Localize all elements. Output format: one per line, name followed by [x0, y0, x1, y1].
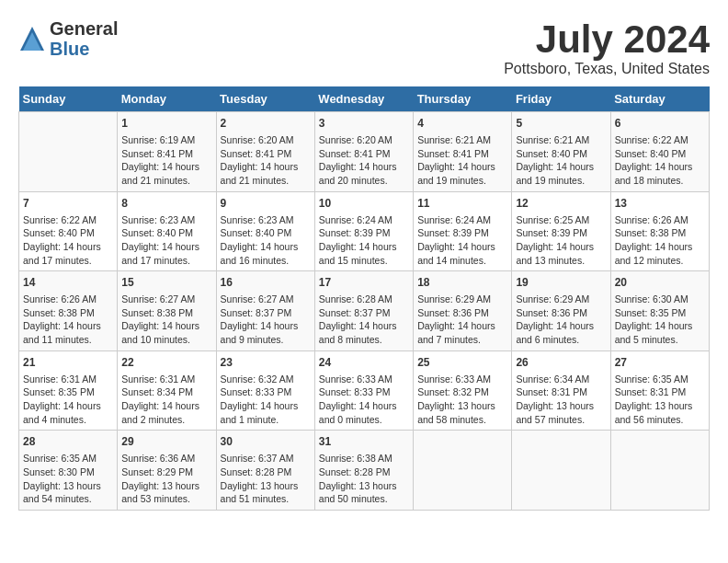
calendar-cell: 25Sunrise: 6:33 AM Sunset: 8:32 PM Dayli…: [414, 350, 512, 431]
day-number: 15: [121, 275, 211, 291]
header-row: SundayMondayTuesdayWednesdayThursdayFrid…: [19, 86, 710, 112]
day-number: 2: [221, 116, 311, 132]
day-number: 14: [23, 275, 113, 291]
logo-general-text: General: [50, 18, 118, 39]
day-number: 12: [516, 196, 606, 212]
calendar-cell: 29Sunrise: 6:36 AM Sunset: 8:29 PM Dayli…: [118, 431, 216, 511]
day-content: Sunrise: 6:34 AM Sunset: 8:31 PM Dayligh…: [516, 373, 606, 427]
calendar-cell: 28Sunrise: 6:35 AM Sunset: 8:30 PM Dayli…: [19, 431, 118, 511]
location-text: Pottsboro, Texas, United States: [504, 61, 710, 77]
calendar-cell: 13Sunrise: 6:26 AM Sunset: 8:38 PM Dayli…: [610, 191, 709, 271]
header-cell-sunday: Sunday: [19, 86, 118, 112]
day-number: 5: [516, 116, 606, 132]
day-content: Sunrise: 6:37 AM Sunset: 8:28 PM Dayligh…: [221, 452, 311, 506]
calendar-cell: 30Sunrise: 6:37 AM Sunset: 8:28 PM Dayli…: [216, 431, 314, 511]
calendar-cell: [19, 112, 118, 192]
calendar-cell: 16Sunrise: 6:27 AM Sunset: 8:37 PM Dayli…: [216, 271, 314, 351]
calendar-cell: [610, 431, 709, 511]
day-number: 9: [221, 196, 311, 212]
day-number: 22: [121, 355, 211, 371]
day-content: Sunrise: 6:22 AM Sunset: 8:40 PM Dayligh…: [615, 133, 705, 188]
header-cell-saturday: Saturday: [610, 86, 709, 112]
logo-blue-text: Blue: [50, 39, 118, 59]
day-number: 17: [319, 275, 409, 291]
day-content: Sunrise: 6:23 AM Sunset: 8:40 PM Dayligh…: [221, 213, 311, 268]
day-content: Sunrise: 6:35 AM Sunset: 8:30 PM Dayligh…: [23, 452, 113, 506]
calendar-cell: 26Sunrise: 6:34 AM Sunset: 8:31 PM Dayli…: [512, 350, 610, 431]
day-content: Sunrise: 6:32 AM Sunset: 8:33 PM Dayligh…: [221, 373, 311, 427]
day-content: Sunrise: 6:26 AM Sunset: 8:38 PM Dayligh…: [23, 293, 113, 347]
day-content: Sunrise: 6:20 AM Sunset: 8:41 PM Dayligh…: [319, 133, 409, 188]
calendar-cell: 14Sunrise: 6:26 AM Sunset: 8:38 PM Dayli…: [19, 271, 118, 351]
day-number: 1: [121, 116, 211, 132]
header-cell-thursday: Thursday: [414, 86, 512, 112]
calendar-cell: 2Sunrise: 6:20 AM Sunset: 8:41 PM Daylig…: [216, 112, 314, 192]
header-cell-tuesday: Tuesday: [216, 86, 314, 112]
title-area: July 2024 Pottsboro, Texas, United State…: [504, 18, 710, 77]
calendar-cell: [414, 431, 512, 511]
day-content: Sunrise: 6:27 AM Sunset: 8:37 PM Dayligh…: [221, 293, 311, 347]
header-cell-monday: Monday: [118, 86, 216, 112]
calendar-cell: 10Sunrise: 6:24 AM Sunset: 8:39 PM Dayli…: [314, 191, 413, 271]
logo-icon: [18, 25, 46, 52]
day-content: Sunrise: 6:19 AM Sunset: 8:41 PM Dayligh…: [121, 133, 211, 188]
calendar-cell: 9Sunrise: 6:23 AM Sunset: 8:40 PM Daylig…: [216, 191, 314, 271]
calendar-week-1: 1Sunrise: 6:19 AM Sunset: 8:41 PM Daylig…: [19, 112, 710, 192]
day-content: Sunrise: 6:33 AM Sunset: 8:32 PM Dayligh…: [417, 373, 507, 427]
calendar-table: SundayMondayTuesdayWednesdayThursdayFrid…: [18, 86, 710, 511]
day-number: 27: [615, 355, 705, 371]
calendar-cell: 22Sunrise: 6:31 AM Sunset: 8:34 PM Dayli…: [118, 350, 216, 431]
calendar-cell: 6Sunrise: 6:22 AM Sunset: 8:40 PM Daylig…: [610, 112, 709, 192]
calendar-cell: 7Sunrise: 6:22 AM Sunset: 8:40 PM Daylig…: [19, 191, 118, 271]
day-number: 28: [23, 434, 113, 450]
day-content: Sunrise: 6:38 AM Sunset: 8:28 PM Dayligh…: [319, 452, 409, 506]
calendar-cell: 24Sunrise: 6:33 AM Sunset: 8:33 PM Dayli…: [314, 350, 413, 431]
day-content: Sunrise: 6:21 AM Sunset: 8:40 PM Dayligh…: [516, 133, 606, 188]
day-number: 24: [319, 355, 409, 371]
day-content: Sunrise: 6:25 AM Sunset: 8:39 PM Dayligh…: [516, 213, 606, 268]
month-title: July 2024: [504, 18, 710, 61]
day-content: Sunrise: 6:28 AM Sunset: 8:37 PM Dayligh…: [319, 293, 409, 347]
calendar-header: SundayMondayTuesdayWednesdayThursdayFrid…: [19, 86, 710, 112]
day-content: Sunrise: 6:22 AM Sunset: 8:40 PM Dayligh…: [23, 213, 113, 268]
logo-text: General Blue: [50, 18, 118, 59]
day-number: 6: [615, 116, 705, 132]
day-number: 26: [516, 355, 606, 371]
calendar-cell: [512, 431, 610, 511]
day-number: 30: [221, 434, 311, 450]
calendar-cell: 19Sunrise: 6:29 AM Sunset: 8:36 PM Dayli…: [512, 271, 610, 351]
day-content: Sunrise: 6:31 AM Sunset: 8:35 PM Dayligh…: [23, 373, 113, 427]
day-content: Sunrise: 6:26 AM Sunset: 8:38 PM Dayligh…: [615, 213, 705, 268]
calendar-cell: 11Sunrise: 6:24 AM Sunset: 8:39 PM Dayli…: [414, 191, 512, 271]
day-content: Sunrise: 6:23 AM Sunset: 8:40 PM Dayligh…: [121, 213, 211, 268]
calendar-body: 1Sunrise: 6:19 AM Sunset: 8:41 PM Daylig…: [19, 112, 710, 511]
day-content: Sunrise: 6:29 AM Sunset: 8:36 PM Dayligh…: [417, 293, 507, 347]
calendar-cell: 4Sunrise: 6:21 AM Sunset: 8:41 PM Daylig…: [414, 112, 512, 192]
day-content: Sunrise: 6:27 AM Sunset: 8:38 PM Dayligh…: [121, 293, 211, 347]
day-number: 3: [319, 116, 409, 132]
day-number: 31: [319, 434, 409, 450]
page-header: General Blue July 2024 Pottsboro, Texas,…: [18, 18, 710, 77]
day-content: Sunrise: 6:36 AM Sunset: 8:29 PM Dayligh…: [121, 452, 211, 506]
calendar-cell: 23Sunrise: 6:32 AM Sunset: 8:33 PM Dayli…: [216, 350, 314, 431]
day-content: Sunrise: 6:21 AM Sunset: 8:41 PM Dayligh…: [417, 133, 507, 188]
day-number: 19: [516, 275, 606, 291]
day-number: 23: [221, 355, 311, 371]
calendar-cell: 5Sunrise: 6:21 AM Sunset: 8:40 PM Daylig…: [512, 112, 610, 192]
day-content: Sunrise: 6:30 AM Sunset: 8:35 PM Dayligh…: [615, 293, 705, 347]
day-number: 7: [23, 196, 113, 212]
calendar-cell: 18Sunrise: 6:29 AM Sunset: 8:36 PM Dayli…: [414, 271, 512, 351]
header-cell-wednesday: Wednesday: [314, 86, 413, 112]
day-number: 4: [417, 116, 507, 132]
day-number: 29: [121, 434, 211, 450]
header-cell-friday: Friday: [512, 86, 610, 112]
calendar-week-2: 7Sunrise: 6:22 AM Sunset: 8:40 PM Daylig…: [19, 191, 710, 271]
day-number: 13: [615, 196, 705, 212]
day-number: 18: [417, 275, 507, 291]
calendar-cell: 27Sunrise: 6:35 AM Sunset: 8:31 PM Dayli…: [610, 350, 709, 431]
calendar-cell: 31Sunrise: 6:38 AM Sunset: 8:28 PM Dayli…: [314, 431, 413, 511]
calendar-cell: 17Sunrise: 6:28 AM Sunset: 8:37 PM Dayli…: [314, 271, 413, 351]
day-content: Sunrise: 6:29 AM Sunset: 8:36 PM Dayligh…: [516, 293, 606, 347]
day-content: Sunrise: 6:33 AM Sunset: 8:33 PM Dayligh…: [319, 373, 409, 427]
day-content: Sunrise: 6:24 AM Sunset: 8:39 PM Dayligh…: [417, 213, 507, 268]
